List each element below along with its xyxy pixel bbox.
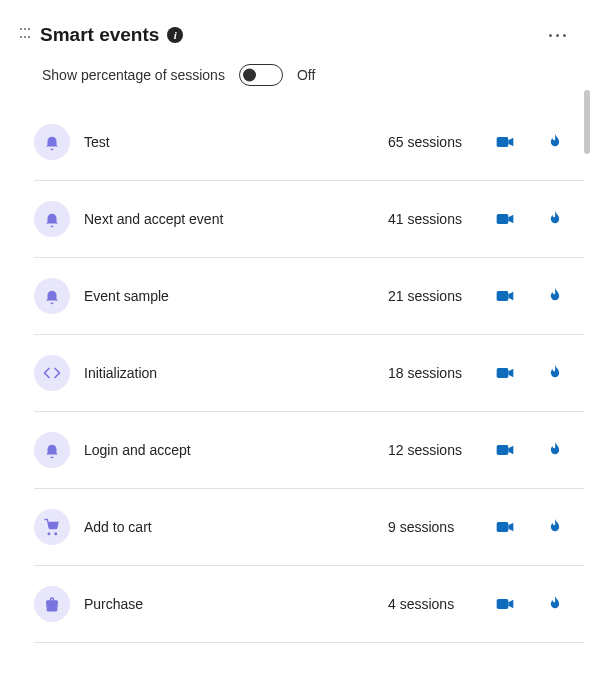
event-sessions: 9 sessions xyxy=(388,519,478,535)
event-type-icon xyxy=(34,124,70,160)
event-type-icon xyxy=(34,201,70,237)
toggle-state-text: Off xyxy=(297,67,315,83)
fire-icon[interactable] xyxy=(542,440,568,460)
event-name: Purchase xyxy=(84,596,374,612)
fire-icon[interactable] xyxy=(542,363,568,383)
event-row[interactable]: Initialization18 sessions xyxy=(34,335,584,412)
event-type-icon xyxy=(34,278,70,314)
event-row[interactable]: Purchase4 sessions xyxy=(34,566,584,643)
event-row[interactable]: Add to cart9 sessions xyxy=(34,489,584,566)
events-list: Test65 sessionsNext and accept event41 s… xyxy=(8,104,584,643)
svg-rect-3 xyxy=(497,368,509,378)
scrollbar[interactable] xyxy=(584,90,590,154)
panel-header: Smart events i xyxy=(8,16,584,58)
event-name: Event sample xyxy=(84,288,374,304)
event-type-icon xyxy=(34,586,70,622)
svg-rect-6 xyxy=(497,599,509,609)
toggle-label: Show percentage of sessions xyxy=(42,67,225,83)
event-sessions: 41 sessions xyxy=(388,211,478,227)
fire-icon[interactable] xyxy=(542,594,568,614)
fire-icon[interactable] xyxy=(542,209,568,229)
event-name: Add to cart xyxy=(84,519,374,535)
event-name: Next and accept event xyxy=(84,211,374,227)
event-name: Test xyxy=(84,134,374,150)
fire-icon[interactable] xyxy=(542,286,568,306)
event-type-icon xyxy=(34,355,70,391)
event-type-icon xyxy=(34,509,70,545)
fire-icon[interactable] xyxy=(542,517,568,537)
event-row[interactable]: Login and accept12 sessions xyxy=(34,412,584,489)
video-icon[interactable] xyxy=(492,440,518,460)
svg-rect-1 xyxy=(497,214,509,224)
event-sessions: 12 sessions xyxy=(388,442,478,458)
svg-rect-2 xyxy=(497,291,509,301)
video-icon[interactable] xyxy=(492,286,518,306)
video-icon[interactable] xyxy=(492,363,518,383)
svg-rect-5 xyxy=(497,522,509,532)
event-sessions: 21 sessions xyxy=(388,288,478,304)
video-icon[interactable] xyxy=(492,517,518,537)
svg-rect-0 xyxy=(497,137,509,147)
video-icon[interactable] xyxy=(492,594,518,614)
drag-handle-icon[interactable] xyxy=(20,28,30,42)
event-row[interactable]: Test65 sessions xyxy=(34,104,584,181)
video-icon[interactable] xyxy=(492,209,518,229)
event-sessions: 18 sessions xyxy=(388,365,478,381)
fire-icon[interactable] xyxy=(542,132,568,152)
event-sessions: 65 sessions xyxy=(388,134,478,150)
event-row[interactable]: Next and accept event41 sessions xyxy=(34,181,584,258)
panel-title: Smart events xyxy=(40,24,159,46)
percentage-toggle-row: Show percentage of sessions Off xyxy=(8,58,584,104)
event-type-icon xyxy=(34,432,70,468)
event-row[interactable]: Event sample21 sessions xyxy=(34,258,584,335)
event-sessions: 4 sessions xyxy=(388,596,478,612)
svg-rect-4 xyxy=(497,445,509,455)
event-name: Login and accept xyxy=(84,442,374,458)
info-icon[interactable]: i xyxy=(167,27,183,43)
video-icon[interactable] xyxy=(492,132,518,152)
event-name: Initialization xyxy=(84,365,374,381)
smart-events-panel: Smart events i Show percentage of sessio… xyxy=(0,0,592,643)
percentage-toggle[interactable] xyxy=(239,64,283,86)
more-options-button[interactable] xyxy=(543,28,572,43)
